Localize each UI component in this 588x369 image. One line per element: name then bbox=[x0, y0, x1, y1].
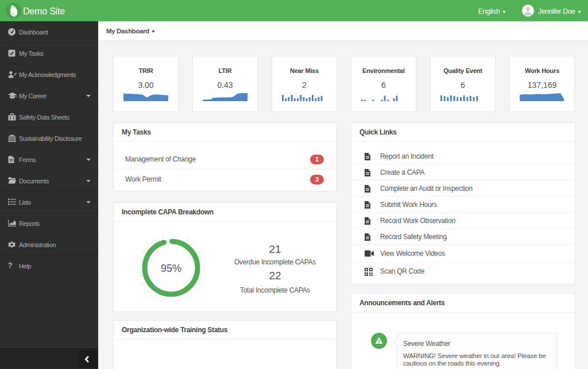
svg-text:95%: 95% bbox=[161, 263, 181, 274]
